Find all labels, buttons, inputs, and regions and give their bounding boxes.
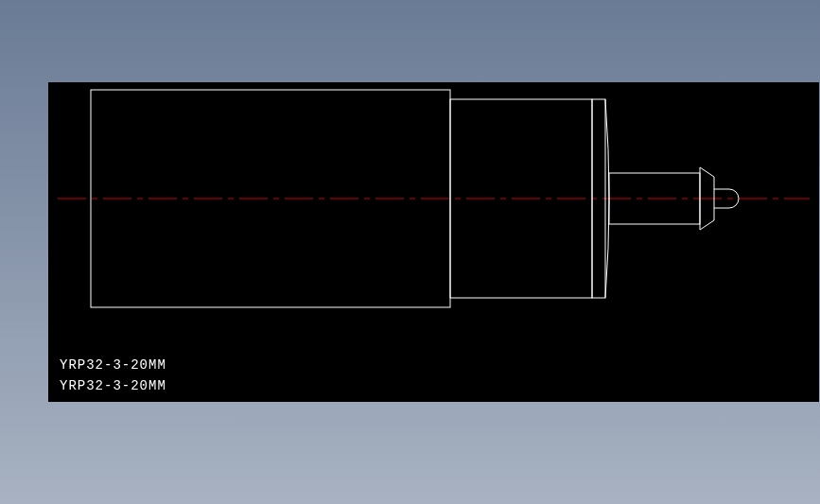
cad-drawing xyxy=(48,82,819,402)
taper-bottom xyxy=(700,220,714,230)
cad-canvas: YRP32-3-20MM YRP32-3-20MM xyxy=(48,82,819,402)
part-label-2: YRP32-3-20MM xyxy=(60,378,166,393)
part-label-1: YRP32-3-20MM xyxy=(60,357,166,373)
taper-top xyxy=(700,167,714,177)
